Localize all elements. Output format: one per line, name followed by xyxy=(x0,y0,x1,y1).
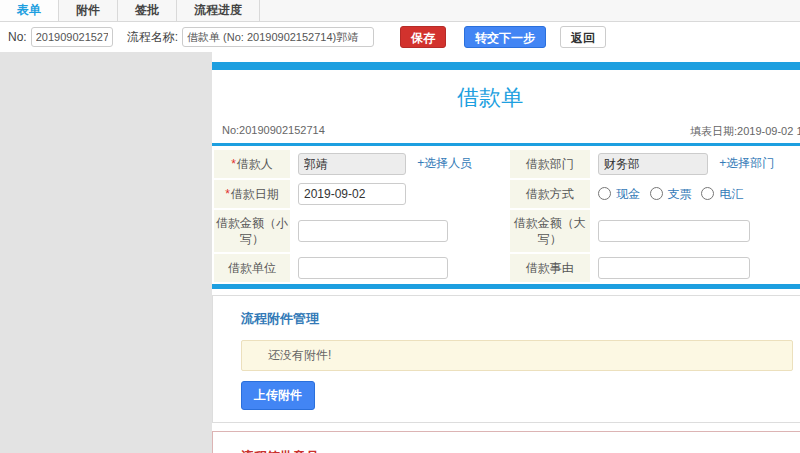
check-label: 支票 xyxy=(668,187,692,201)
table-row: *借款人 +选择人员 借款部门 +选择部门 xyxy=(214,150,800,178)
loan-form-panel: 借款单 No:20190902152714 填表日期:2019-09-02 15… xyxy=(212,62,800,289)
loan-unit-input[interactable] xyxy=(298,257,448,279)
approval-panel: 流程签批意见 B I abc Tx ∞ ∞ ⚑ ≡ ≡ ⇤ ⇥ xyxy=(212,431,800,453)
tab-attachments[interactable]: 附件 xyxy=(59,0,118,21)
choose-department-link[interactable]: +选择部门 xyxy=(719,156,774,170)
loan-date-label: *借款日期 xyxy=(214,180,290,208)
cash-radio[interactable] xyxy=(598,187,611,200)
no-input[interactable] xyxy=(31,27,113,47)
cash-label: 现金 xyxy=(616,187,640,201)
amount-lower-label: 借款金额（小写） xyxy=(214,210,290,252)
content-area: 借款单 No:20190902152714 填表日期:2019-09-02 15… xyxy=(212,52,800,453)
form-fields-area: *借款人 +选择人员 借款部门 +选择部门 xyxy=(212,143,800,289)
tab-form[interactable]: 表单 xyxy=(0,0,59,21)
approval-heading: 流程签批意见 xyxy=(241,448,800,453)
form-title: 借款单 xyxy=(212,70,768,119)
attachments-panel: 流程附件管理 还没有附件! 上传附件 xyxy=(212,295,800,423)
attachments-heading: 流程附件管理 xyxy=(241,310,800,328)
amount-upper-input[interactable] xyxy=(598,220,750,242)
form-subheader: No:20190902152714 填表日期:2019-09-02 15:27:… xyxy=(212,119,800,143)
wire-radio[interactable] xyxy=(701,187,714,200)
department-input[interactable] xyxy=(598,153,708,175)
method-cash-option[interactable]: 现金 xyxy=(598,187,644,201)
tab-approval[interactable]: 签批 xyxy=(118,0,177,21)
no-label: No: xyxy=(8,30,27,44)
flow-name-input[interactable] xyxy=(182,27,374,47)
top-tab-bar: 表单 附件 签批 流程进度 xyxy=(0,0,800,22)
process-toolbar: No: 流程名称: 保存 转交下一步 返回 xyxy=(0,22,800,53)
choose-person-link[interactable]: +选择人员 xyxy=(417,156,472,170)
wire-label: 电汇 xyxy=(720,187,744,201)
loan-method-label: 借款方式 xyxy=(510,180,590,208)
left-gutter: 借款单 No:20190902152714 填表日期:2019-09-02 15… xyxy=(0,52,800,453)
loan-date-input[interactable] xyxy=(298,183,406,205)
form-date-text: 填表日期:2019-09-02 15:27:1 xyxy=(690,124,800,139)
panel-top-bar xyxy=(212,62,800,70)
check-radio[interactable] xyxy=(650,187,663,200)
no-attachments-alert: 还没有附件! xyxy=(241,340,793,371)
back-button[interactable]: 返回 xyxy=(560,26,606,48)
method-check-option[interactable]: 支票 xyxy=(650,187,696,201)
required-asterisk: * xyxy=(225,187,230,201)
loan-unit-label: 借款单位 xyxy=(214,254,290,282)
upload-attachment-button[interactable]: 上传附件 xyxy=(241,381,315,410)
amount-lower-input[interactable] xyxy=(298,220,448,242)
tab-progress[interactable]: 流程进度 xyxy=(177,0,260,21)
department-label: 借款部门 xyxy=(510,150,590,178)
borrower-input[interactable] xyxy=(298,153,406,175)
form-no-text: No:20190902152714 xyxy=(222,124,325,136)
save-button[interactable]: 保存 xyxy=(400,26,446,48)
flow-name-label: 流程名称: xyxy=(127,29,178,46)
table-row: 借款单位 借款事由 xyxy=(214,254,800,282)
amount-upper-label: 借款金额（大写） xyxy=(510,210,590,252)
required-asterisk: * xyxy=(231,157,236,171)
method-wire-option[interactable]: 电汇 xyxy=(701,187,743,201)
table-row: *借款日期 借款方式 现金 xyxy=(214,180,800,208)
table-row: 借款金额（小写） 借款金额（大写） xyxy=(214,210,800,252)
next-step-button[interactable]: 转交下一步 xyxy=(464,26,546,48)
borrower-label: *借款人 xyxy=(214,150,290,178)
loan-reason-input[interactable] xyxy=(598,257,750,279)
loan-reason-label: 借款事由 xyxy=(510,254,590,282)
